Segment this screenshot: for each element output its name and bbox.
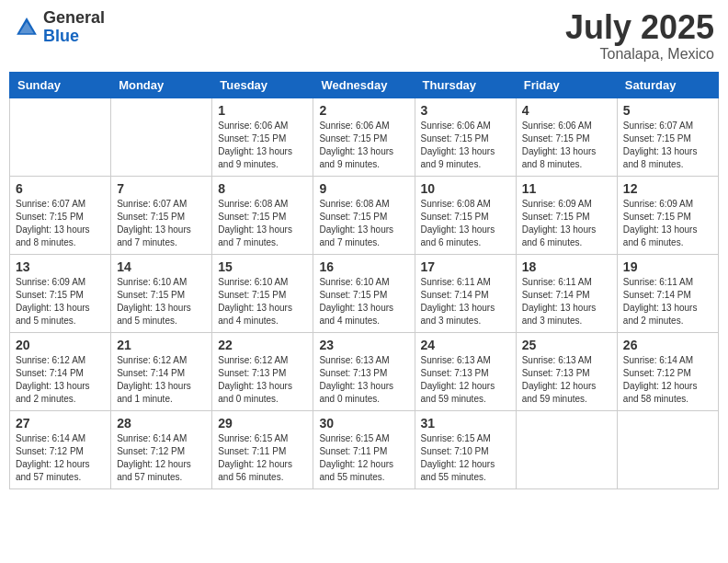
month-title: July 2025 bbox=[565, 9, 714, 46]
day-number: 23 bbox=[319, 338, 408, 352]
calendar-header-cell: Wednesday bbox=[313, 72, 415, 98]
day-info: Sunrise: 6:12 AM Sunset: 7:13 PM Dayligh… bbox=[218, 354, 307, 406]
calendar-cell: 11Sunrise: 6:09 AM Sunset: 7:15 PM Dayli… bbox=[516, 176, 617, 254]
calendar-cell: 15Sunrise: 6:10 AM Sunset: 7:15 PM Dayli… bbox=[212, 254, 313, 332]
day-info: Sunrise: 6:07 AM Sunset: 7:15 PM Dayligh… bbox=[117, 198, 206, 249]
day-number: 24 bbox=[421, 338, 510, 352]
day-info: Sunrise: 6:12 AM Sunset: 7:14 PM Dayligh… bbox=[16, 354, 105, 406]
calendar-cell: 23Sunrise: 6:13 AM Sunset: 7:13 PM Dayli… bbox=[313, 332, 415, 410]
calendar-cell: 9Sunrise: 6:08 AM Sunset: 7:15 PM Daylig… bbox=[313, 176, 415, 254]
day-number: 11 bbox=[522, 181, 611, 196]
location: Tonalapa, Mexico bbox=[565, 46, 714, 63]
day-number: 30 bbox=[319, 416, 408, 431]
calendar-cell: 28Sunrise: 6:14 AM Sunset: 7:12 PM Dayli… bbox=[111, 410, 212, 488]
calendar-cell bbox=[617, 410, 718, 488]
calendar-cell: 22Sunrise: 6:12 AM Sunset: 7:13 PM Dayli… bbox=[212, 332, 313, 410]
day-info: Sunrise: 6:14 AM Sunset: 7:12 PM Dayligh… bbox=[117, 432, 206, 484]
calendar-cell: 16Sunrise: 6:10 AM Sunset: 7:15 PM Dayli… bbox=[313, 254, 415, 332]
day-number: 31 bbox=[421, 416, 510, 431]
day-number: 28 bbox=[117, 416, 206, 431]
day-number: 5 bbox=[623, 103, 712, 118]
day-number: 3 bbox=[421, 103, 510, 118]
day-number: 7 bbox=[117, 181, 206, 196]
logo-icon bbox=[14, 15, 40, 40]
calendar-table: SundayMondayTuesdayWednesdayThursdayFrid… bbox=[9, 72, 719, 489]
day-info: Sunrise: 6:08 AM Sunset: 7:15 PM Dayligh… bbox=[319, 198, 408, 249]
day-number: 25 bbox=[522, 338, 611, 352]
day-info: Sunrise: 6:11 AM Sunset: 7:14 PM Dayligh… bbox=[623, 276, 712, 327]
calendar-cell: 24Sunrise: 6:13 AM Sunset: 7:13 PM Dayli… bbox=[415, 332, 516, 410]
day-info: Sunrise: 6:13 AM Sunset: 7:13 PM Dayligh… bbox=[421, 354, 510, 406]
day-info: Sunrise: 6:10 AM Sunset: 7:15 PM Dayligh… bbox=[218, 276, 307, 327]
calendar-header-cell: Saturday bbox=[617, 72, 718, 98]
calendar-cell bbox=[10, 98, 111, 176]
day-info: Sunrise: 6:10 AM Sunset: 7:15 PM Dayligh… bbox=[319, 276, 408, 327]
day-info: Sunrise: 6:15 AM Sunset: 7:11 PM Dayligh… bbox=[319, 432, 408, 484]
calendar-week-row: 20Sunrise: 6:12 AM Sunset: 7:14 PM Dayli… bbox=[10, 332, 719, 410]
calendar-header-cell: Thursday bbox=[415, 72, 516, 98]
day-number: 1 bbox=[218, 103, 307, 118]
calendar-cell: 7Sunrise: 6:07 AM Sunset: 7:15 PM Daylig… bbox=[111, 176, 212, 254]
calendar-cell: 5Sunrise: 6:07 AM Sunset: 7:15 PM Daylig… bbox=[617, 98, 718, 176]
calendar-cell: 31Sunrise: 6:15 AM Sunset: 7:10 PM Dayli… bbox=[415, 410, 516, 488]
day-number: 22 bbox=[218, 338, 307, 352]
calendar-cell: 2Sunrise: 6:06 AM Sunset: 7:15 PM Daylig… bbox=[313, 98, 415, 176]
calendar-body: 1Sunrise: 6:06 AM Sunset: 7:15 PM Daylig… bbox=[10, 98, 719, 488]
calendar-cell: 3Sunrise: 6:06 AM Sunset: 7:15 PM Daylig… bbox=[415, 98, 516, 176]
calendar-cell: 10Sunrise: 6:08 AM Sunset: 7:15 PM Dayli… bbox=[415, 176, 516, 254]
calendar-cell bbox=[516, 410, 617, 488]
day-number: 10 bbox=[421, 181, 510, 196]
calendar-cell: 30Sunrise: 6:15 AM Sunset: 7:11 PM Dayli… bbox=[313, 410, 415, 488]
day-info: Sunrise: 6:15 AM Sunset: 7:11 PM Dayligh… bbox=[218, 432, 307, 484]
calendar-cell: 27Sunrise: 6:14 AM Sunset: 7:12 PM Dayli… bbox=[10, 410, 111, 488]
day-info: Sunrise: 6:06 AM Sunset: 7:15 PM Dayligh… bbox=[218, 120, 307, 171]
calendar-cell: 17Sunrise: 6:11 AM Sunset: 7:14 PM Dayli… bbox=[415, 254, 516, 332]
day-info: Sunrise: 6:09 AM Sunset: 7:15 PM Dayligh… bbox=[623, 198, 712, 249]
day-number: 16 bbox=[319, 259, 408, 274]
calendar-cell: 20Sunrise: 6:12 AM Sunset: 7:14 PM Dayli… bbox=[10, 332, 111, 410]
calendar-week-row: 6Sunrise: 6:07 AM Sunset: 7:15 PM Daylig… bbox=[10, 176, 719, 254]
calendar-cell: 26Sunrise: 6:14 AM Sunset: 7:12 PM Dayli… bbox=[617, 332, 718, 410]
calendar-cell bbox=[111, 98, 212, 176]
day-number: 14 bbox=[117, 259, 206, 274]
day-info: Sunrise: 6:09 AM Sunset: 7:15 PM Dayligh… bbox=[16, 276, 105, 327]
day-number: 9 bbox=[319, 181, 408, 196]
day-number: 13 bbox=[16, 259, 105, 274]
day-number: 27 bbox=[16, 416, 105, 431]
title-block: July 2025 Tonalapa, Mexico bbox=[565, 9, 714, 63]
calendar-week-row: 13Sunrise: 6:09 AM Sunset: 7:15 PM Dayli… bbox=[10, 254, 719, 332]
calendar-header-row: SundayMondayTuesdayWednesdayThursdayFrid… bbox=[10, 72, 719, 98]
day-info: Sunrise: 6:08 AM Sunset: 7:15 PM Dayligh… bbox=[421, 198, 510, 249]
calendar-cell: 25Sunrise: 6:13 AM Sunset: 7:13 PM Dayli… bbox=[516, 332, 617, 410]
calendar-cell: 13Sunrise: 6:09 AM Sunset: 7:15 PM Dayli… bbox=[10, 254, 111, 332]
day-info: Sunrise: 6:07 AM Sunset: 7:15 PM Dayligh… bbox=[623, 120, 712, 171]
day-number: 19 bbox=[623, 259, 712, 274]
calendar-cell: 29Sunrise: 6:15 AM Sunset: 7:11 PM Dayli… bbox=[212, 410, 313, 488]
day-info: Sunrise: 6:09 AM Sunset: 7:15 PM Dayligh… bbox=[522, 198, 611, 249]
day-number: 6 bbox=[16, 181, 105, 196]
day-info: Sunrise: 6:07 AM Sunset: 7:15 PM Dayligh… bbox=[16, 198, 105, 249]
calendar-cell: 8Sunrise: 6:08 AM Sunset: 7:15 PM Daylig… bbox=[212, 176, 313, 254]
day-number: 20 bbox=[16, 338, 105, 352]
day-info: Sunrise: 6:11 AM Sunset: 7:14 PM Dayligh… bbox=[421, 276, 510, 327]
calendar-cell: 21Sunrise: 6:12 AM Sunset: 7:14 PM Dayli… bbox=[111, 332, 212, 410]
calendar-header-cell: Tuesday bbox=[212, 72, 313, 98]
day-info: Sunrise: 6:13 AM Sunset: 7:13 PM Dayligh… bbox=[522, 354, 611, 406]
day-number: 26 bbox=[623, 338, 712, 352]
day-number: 8 bbox=[218, 181, 307, 196]
calendar-cell: 19Sunrise: 6:11 AM Sunset: 7:14 PM Dayli… bbox=[617, 254, 718, 332]
day-info: Sunrise: 6:14 AM Sunset: 7:12 PM Dayligh… bbox=[16, 432, 105, 484]
calendar-cell: 4Sunrise: 6:06 AM Sunset: 7:15 PM Daylig… bbox=[516, 98, 617, 176]
page-header: General Blue July 2025 Tonalapa, Mexico bbox=[9, 9, 719, 63]
day-info: Sunrise: 6:11 AM Sunset: 7:14 PM Dayligh… bbox=[522, 276, 611, 327]
day-info: Sunrise: 6:06 AM Sunset: 7:15 PM Dayligh… bbox=[421, 120, 510, 171]
day-number: 2 bbox=[319, 103, 408, 118]
logo: General Blue bbox=[14, 9, 105, 46]
day-info: Sunrise: 6:10 AM Sunset: 7:15 PM Dayligh… bbox=[117, 276, 206, 327]
day-number: 4 bbox=[522, 103, 611, 118]
calendar-week-row: 27Sunrise: 6:14 AM Sunset: 7:12 PM Dayli… bbox=[10, 410, 719, 488]
day-number: 29 bbox=[218, 416, 307, 431]
day-number: 15 bbox=[218, 259, 307, 274]
day-info: Sunrise: 6:13 AM Sunset: 7:13 PM Dayligh… bbox=[319, 354, 408, 406]
calendar-cell: 6Sunrise: 6:07 AM Sunset: 7:15 PM Daylig… bbox=[10, 176, 111, 254]
